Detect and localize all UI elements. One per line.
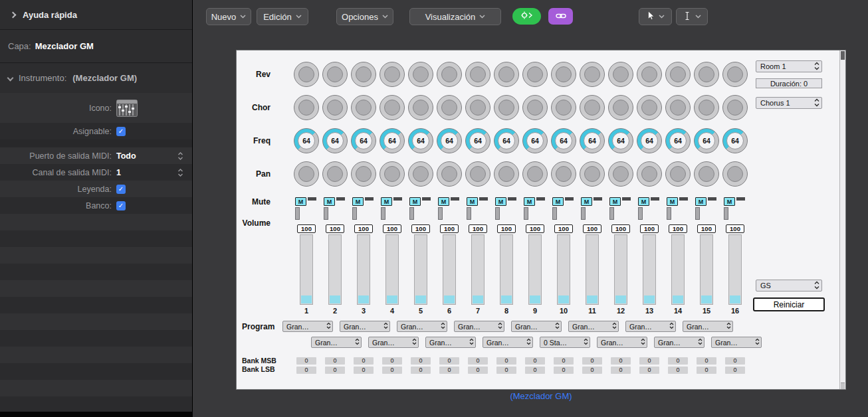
stepper-icon[interactable] xyxy=(177,167,183,177)
chorus-knob-ch1[interactable] xyxy=(294,95,319,120)
pan-knob-ch3[interactable] xyxy=(351,161,376,187)
reverb-knob-ch8[interactable] xyxy=(494,62,519,87)
volume-fader-ch1[interactable] xyxy=(300,234,313,305)
bank-lsb-ch5[interactable]: 0 xyxy=(411,367,431,374)
bank-msb-ch10[interactable]: 0 xyxy=(554,357,574,365)
volume-fader-ch11[interactable] xyxy=(586,234,599,305)
reverb-knob-ch15[interactable] xyxy=(694,62,719,87)
reverb-knob-ch4[interactable] xyxy=(380,62,405,87)
bank-msb-ch1[interactable]: 0 xyxy=(296,357,316,365)
chorus-knob-ch13[interactable] xyxy=(637,95,662,120)
stepper-icon[interactable] xyxy=(177,151,183,161)
chorus-knob-ch8[interactable] xyxy=(494,95,519,120)
text-tool-button[interactable] xyxy=(676,8,708,25)
midi-channel-value[interactable]: 1 xyxy=(116,168,121,177)
program-select-ch6[interactable]: Gran… xyxy=(425,337,476,348)
pan-knob-ch16[interactable] xyxy=(722,161,748,187)
reverb-knob-ch11[interactable] xyxy=(580,62,605,87)
pan-knob-ch13[interactable] xyxy=(637,161,662,187)
bank-msb-ch12[interactable]: 0 xyxy=(611,357,631,365)
mute-button-ch12[interactable]: M xyxy=(609,197,621,206)
mute-button-ch5[interactable]: M xyxy=(409,197,421,206)
chorus-knob-ch10[interactable] xyxy=(551,95,576,120)
mute-button-ch10[interactable]: M xyxy=(552,197,564,206)
reverb-knob-ch5[interactable] xyxy=(408,62,433,87)
program-select-ch11[interactable]: Gran… xyxy=(568,321,619,332)
program-select-ch3[interactable]: Gran… xyxy=(340,321,390,332)
volume-handle-ch11[interactable] xyxy=(581,207,586,220)
bank-msb-ch16[interactable]: 0 xyxy=(725,357,745,365)
bank-lsb-ch6[interactable]: 0 xyxy=(439,367,459,374)
reverb-knob-ch14[interactable] xyxy=(665,62,691,87)
chorus-knob-ch14[interactable] xyxy=(665,95,691,120)
program-select-ch5[interactable]: Gran… xyxy=(397,321,447,332)
volume-handle-ch14[interactable] xyxy=(667,207,671,220)
chorus-knob-ch11[interactable] xyxy=(580,95,605,120)
mute-button-ch14[interactable]: M xyxy=(667,197,678,206)
bank-msb-ch5[interactable]: 0 xyxy=(411,357,431,365)
reset-button[interactable]: Reiniciar xyxy=(753,297,825,311)
program-select-ch15[interactable]: Gran… xyxy=(683,321,733,332)
midi-port-value[interactable]: Todo xyxy=(116,151,136,161)
reverb-knob-ch1[interactable] xyxy=(294,62,319,87)
volume-handle-ch12[interactable] xyxy=(609,207,614,220)
bank-msb-ch6[interactable]: 0 xyxy=(439,357,459,365)
bank-msb-ch4[interactable]: 0 xyxy=(382,357,402,365)
volume-handle-ch9[interactable] xyxy=(524,207,528,220)
bank-msb-ch2[interactable]: 0 xyxy=(325,357,345,365)
volume-fader-ch7[interactable] xyxy=(471,234,485,305)
chorus-type-select[interactable]: Chorus 1 xyxy=(756,97,822,109)
program-select-ch9[interactable]: Gran… xyxy=(511,321,562,332)
chorus-knob-ch2[interactable] xyxy=(322,95,348,120)
menu-visualizacion[interactable]: Visualización xyxy=(409,8,501,25)
bank-lsb-ch4[interactable]: 0 xyxy=(382,367,402,374)
program-select-ch16[interactable]: Gran… xyxy=(711,337,762,348)
program-select-ch4[interactable]: Gran… xyxy=(368,337,419,348)
volume-fader-ch16[interactable] xyxy=(728,234,742,305)
instrument-icon[interactable] xyxy=(116,100,138,117)
bank-checkbox[interactable]: ✓ xyxy=(116,201,126,210)
pan-knob-ch4[interactable] xyxy=(380,161,405,187)
bank-msb-ch3[interactable]: 0 xyxy=(354,357,374,365)
reverb-knob-ch6[interactable] xyxy=(437,62,462,87)
volume-fader-ch12[interactable] xyxy=(614,234,627,305)
volume-handle-ch5[interactable] xyxy=(409,207,414,220)
pan-knob-ch2[interactable] xyxy=(322,161,348,187)
volume-fader-ch13[interactable] xyxy=(643,234,656,305)
chorus-knob-ch15[interactable] xyxy=(694,95,719,120)
volume-fader-ch9[interactable] xyxy=(528,234,542,305)
link-button[interactable] xyxy=(548,8,573,25)
program-select-ch10[interactable]: 0 Sta… xyxy=(540,337,590,348)
bank-lsb-ch2[interactable]: 0 xyxy=(325,367,345,374)
bank-lsb-ch12[interactable]: 0 xyxy=(611,367,631,374)
menu-edicion[interactable]: Edición xyxy=(257,8,308,25)
scrollbar-thumb[interactable] xyxy=(841,51,845,60)
mute-button-ch16[interactable]: M xyxy=(724,197,735,206)
instrument-header-row[interactable]: Instrumento: (Mezclador GM) xyxy=(0,63,192,93)
chorus-knob-ch16[interactable] xyxy=(722,95,748,120)
pan-knob-ch12[interactable] xyxy=(608,161,633,187)
pan-knob-ch9[interactable] xyxy=(522,161,548,187)
freq-knob-ch8[interactable]: 64 xyxy=(494,128,519,153)
chorus-knob-ch9[interactable] xyxy=(522,95,548,120)
volume-handle-ch7[interactable] xyxy=(467,207,471,220)
volume-fader-ch2[interactable] xyxy=(328,234,342,305)
chorus-knob-ch7[interactable] xyxy=(465,95,490,120)
bank-msb-ch13[interactable]: 0 xyxy=(639,357,659,365)
quick-help-row[interactable]: Ayuda rápida xyxy=(0,0,192,30)
chorus-knob-ch3[interactable] xyxy=(351,95,376,120)
reverb-knob-ch9[interactable] xyxy=(522,62,548,87)
freq-knob-ch15[interactable]: 64 xyxy=(694,128,719,153)
freq-knob-ch2[interactable]: 64 xyxy=(322,128,348,153)
reverb-knob-ch10[interactable] xyxy=(551,62,576,87)
volume-handle-ch1[interactable] xyxy=(295,207,300,220)
program-select-ch14[interactable]: Gran… xyxy=(654,337,705,348)
freq-knob-ch11[interactable]: 64 xyxy=(580,128,605,153)
pan-knob-ch11[interactable] xyxy=(580,161,605,187)
mute-button-ch2[interactable]: M xyxy=(324,197,335,206)
mute-button-ch15[interactable]: M xyxy=(695,197,706,206)
bank-lsb-ch9[interactable]: 0 xyxy=(525,367,545,374)
reverb-knob-ch16[interactable] xyxy=(722,62,748,87)
bank-msb-ch9[interactable]: 0 xyxy=(525,357,545,365)
volume-handle-ch10[interactable] xyxy=(552,207,557,220)
